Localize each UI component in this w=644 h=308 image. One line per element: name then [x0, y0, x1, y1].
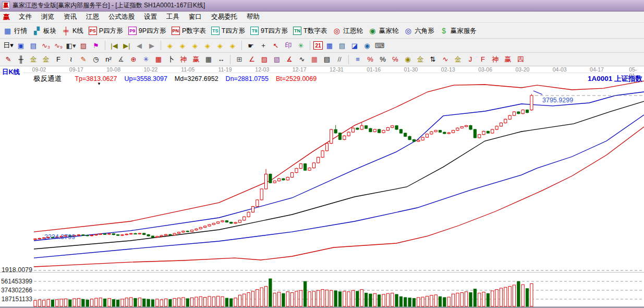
candle: [234, 222, 237, 223]
toolbar-button-kline[interactable]: ╪K线: [62, 27, 83, 35]
candle-measure-icon[interactable]: ⇅: [427, 54, 439, 65]
shen-tool-icon[interactable]: 神: [178, 54, 189, 65]
stamp-icon[interactable]: 印: [283, 40, 294, 51]
pen-2-icon[interactable]: ✎: [78, 54, 89, 65]
toolbar-button-winner-wheel[interactable]: ◉赢家轮: [368, 27, 399, 35]
next-bar-icon[interactable]: ▶: [146, 40, 157, 51]
prev-bar-icon[interactable]: ◀: [133, 40, 145, 51]
flower-mark-icon[interactable]: ✳: [295, 40, 307, 51]
price-grid-icon[interactable]: ▦: [309, 54, 320, 65]
angle-line-icon[interactable]: ∡: [284, 54, 295, 65]
diamond-left-icon[interactable]: ◈: [164, 40, 176, 51]
angle-mirror-icon[interactable]: ∡: [115, 54, 127, 65]
divination-icon[interactable]: 卜: [165, 54, 177, 65]
menu-item-江恩[interactable]: 江恩: [81, 11, 104, 22]
wave-tool-icon[interactable]: ∿: [296, 54, 308, 65]
n-square-icon[interactable]: n²: [103, 54, 114, 65]
pen-icon[interactable]: ✎: [3, 54, 14, 65]
shen-angle-icon[interactable]: 神: [490, 54, 501, 65]
diamond-x-icon[interactable]: ◈: [202, 40, 213, 51]
calendar-21-icon[interactable]: 21: [313, 41, 323, 50]
time-grid-icon[interactable]: ▤: [321, 54, 333, 65]
info-board-icon[interactable]: ▤: [28, 40, 39, 51]
toolbar-button-gann-wheel[interactable]: ◎江恩轮: [332, 27, 363, 35]
box-tool-icon[interactable]: ⊞: [234, 54, 245, 65]
menu-item-工具[interactable]: 工具: [162, 11, 184, 22]
period-day-icon[interactable]: 日▾: [3, 40, 14, 51]
gold-angle-icon[interactable]: 金: [452, 54, 464, 65]
candle-style-icon[interactable]: ◧▾: [65, 40, 77, 51]
percent-icon[interactable]: %: [377, 54, 388, 65]
percent-red-icon[interactable]: %: [364, 54, 376, 65]
diamond-all-icon[interactable]: ◈: [227, 40, 238, 51]
hand-drag-icon[interactable]: ☛: [245, 40, 257, 51]
first-bar-icon[interactable]: |◀: [108, 40, 120, 51]
remote-pc-icon[interactable]: ⌨: [374, 40, 385, 51]
diamond-h-icon[interactable]: ◈: [189, 40, 201, 51]
crosshair-icon[interactable]: ＋: [258, 40, 269, 51]
gann-grid-icon[interactable]: ▦: [153, 54, 164, 65]
toolbar-button-winner-service[interactable]: $赢家服务: [440, 27, 477, 35]
period-label[interactable]: 日K线: [2, 68, 23, 77]
parallel-icon[interactable]: //: [334, 54, 345, 65]
win-tool-icon[interactable]: 赢: [190, 54, 202, 65]
menu-item-浏览[interactable]: 浏览: [37, 11, 59, 22]
toolbar-button-hexagon[interactable]: ◎六角形: [404, 27, 434, 35]
notes-icon[interactable]: ▤: [336, 40, 348, 51]
web-icon[interactable]: ◉: [361, 40, 373, 51]
ratio-list-icon[interactable]: ≡: [352, 54, 363, 65]
box-fan-icon[interactable]: ▨: [259, 54, 270, 65]
wave-red-icon[interactable]: ∿: [440, 54, 451, 65]
grid-ruler-icon[interactable]: ╫: [15, 54, 27, 65]
percent-line-icon[interactable]: ℅: [390, 54, 401, 65]
menu-item-文件[interactable]: 文件: [14, 11, 37, 22]
indicator-name[interactable]: 极反通道: [33, 75, 62, 82]
toolbar-button-sectors[interactable]: ▞板块: [32, 27, 56, 35]
menu-item-交易委托[interactable]: 交易委托: [206, 11, 242, 22]
toolbar-button-t-square[interactable]: TST四方形: [211, 27, 245, 35]
width-measure-icon[interactable]: ↔: [215, 54, 227, 65]
candle: [469, 125, 472, 129]
menu-item-资讯[interactable]: 资讯: [59, 11, 81, 22]
save-icon[interactable]: ◪: [349, 40, 360, 51]
gold-circle-icon[interactable]: ◉: [402, 54, 414, 65]
f-angle-icon[interactable]: F: [477, 54, 489, 65]
pattern-icon[interactable]: ▨: [78, 40, 89, 51]
shaded-fan-icon[interactable]: ▧: [271, 54, 283, 65]
toolbar-button-9t-square[interactable]: T99T四方形: [250, 27, 288, 35]
last-bar-icon[interactable]: ▶|: [121, 40, 132, 51]
diamond-right-icon[interactable]: ◈: [177, 40, 188, 51]
menu-item-设置[interactable]: 设置: [139, 11, 162, 22]
wave-9-icon[interactable]: ∿₉: [53, 40, 64, 51]
toolbar-button-p-table[interactable]: PNP数字表: [172, 27, 206, 35]
toolbar-button-t-table[interactable]: TNT数字表: [293, 27, 327, 35]
fibonacci-icon[interactable]: F: [53, 54, 64, 65]
gold-ratio-2-icon[interactable]: 金: [40, 54, 52, 65]
j-angle-icon[interactable]: J: [465, 54, 476, 65]
angle-pointer-icon[interactable]: ↖: [270, 40, 282, 51]
gold-line-icon[interactable]: 金: [415, 54, 426, 65]
calculator-icon[interactable]: ▦: [324, 40, 335, 51]
chart-window-icon[interactable]: ▣: [15, 40, 27, 51]
candle: [517, 112, 520, 114]
scale-grid-icon[interactable]: ▦: [203, 54, 214, 65]
menu-item-帮助[interactable]: 帮助: [242, 11, 264, 22]
wave-3-icon[interactable]: ∿₃: [40, 40, 52, 51]
gold-ratio-1-icon[interactable]: 金: [28, 54, 39, 65]
menu-item-窗口[interactable]: 窗口: [184, 11, 206, 22]
circle-ruler-icon[interactable]: ◷: [90, 54, 102, 65]
spiral-icon[interactable]: ≀: [65, 54, 77, 65]
menu-item-公式选股[interactable]: 公式选股: [104, 11, 139, 22]
diamond-v-icon[interactable]: ◈: [214, 40, 226, 51]
chart-area[interactable]: 09-0209-1710-0810-2211-0511-1912-0312-17…: [0, 66, 644, 308]
flag-tool-icon[interactable]: ⚑: [90, 40, 102, 51]
toolbar-button-quotes[interactable]: ▦行情: [3, 27, 27, 35]
gann-target-icon[interactable]: ⊕: [128, 54, 139, 65]
toolbar-button-p-square[interactable]: PSP四方形: [89, 27, 123, 35]
fan-lines-icon[interactable]: ∠: [246, 54, 258, 65]
four-angle-icon[interactable]: 四: [515, 54, 526, 65]
indicator-dropdown-arrow[interactable]: ▼: [97, 81, 101, 86]
win-angle-icon[interactable]: 赢: [502, 54, 514, 65]
toolbar-button-9p-square[interactable]: P99P四方形: [128, 27, 166, 35]
gann-star-icon[interactable]: ✳: [140, 54, 152, 65]
